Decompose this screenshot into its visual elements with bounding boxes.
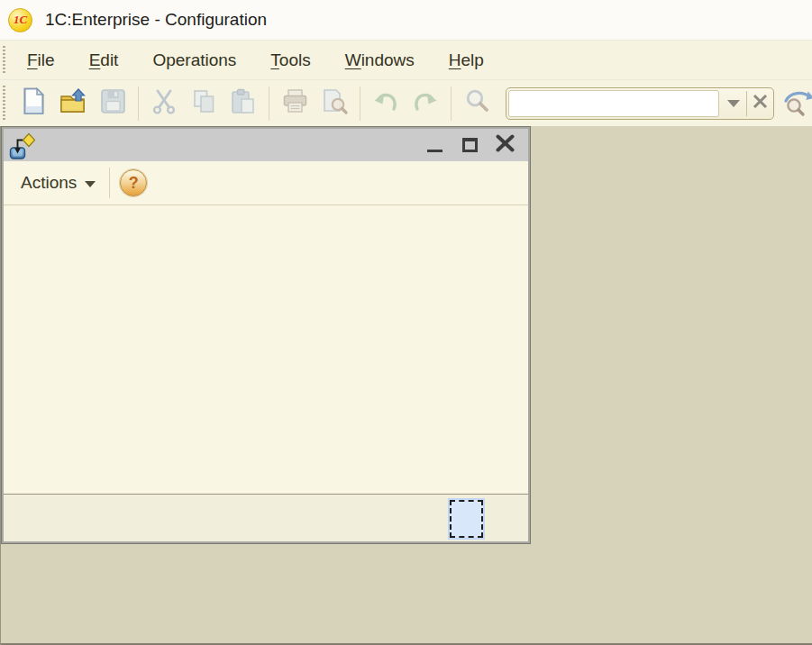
minimize-button[interactable] xyxy=(424,134,445,156)
window-title: 1C:Enterprise - Configuration xyxy=(45,10,267,30)
find-button[interactable] xyxy=(461,88,492,119)
selected-shape[interactable] xyxy=(448,498,485,540)
search-dropdown-button[interactable] xyxy=(720,88,746,119)
minimize-icon xyxy=(427,150,442,152)
save-button[interactable] xyxy=(97,88,128,119)
business-process-map-icon xyxy=(9,131,36,159)
menu-item-edit[interactable]: Edit xyxy=(76,47,132,74)
find-next-button[interactable] xyxy=(781,88,812,119)
toolbar-grip-icon[interactable] xyxy=(3,86,5,122)
child-window-footer xyxy=(4,494,528,541)
child-window: Actions ? xyxy=(2,127,530,543)
paste-button[interactable] xyxy=(228,88,259,119)
logo-text: 1C xyxy=(14,13,27,27)
paste-icon xyxy=(230,88,257,119)
menu-item-help[interactable]: Help xyxy=(435,47,497,74)
open-folder-icon xyxy=(59,88,87,119)
toolbar-separator xyxy=(269,86,269,121)
menu-item-file[interactable]: File xyxy=(14,47,68,74)
close-icon xyxy=(753,94,768,113)
child-window-toolbar: Actions ? xyxy=(4,161,528,205)
new-document-button[interactable] xyxy=(18,88,49,119)
close-icon xyxy=(496,134,515,156)
cut-button[interactable] xyxy=(149,88,179,119)
question-mark-icon: ? xyxy=(129,174,139,193)
selection-marquee xyxy=(450,500,483,538)
print-preview-button[interactable] xyxy=(319,88,350,119)
menu-bar: FileEditOperationsToolsWindowsHelp xyxy=(0,41,812,79)
help-button[interactable]: ? xyxy=(120,169,147,196)
copy-icon xyxy=(191,88,217,118)
print-button[interactable] xyxy=(279,88,310,119)
save-icon xyxy=(100,88,126,118)
print-icon xyxy=(281,88,309,118)
schema-canvas[interactable] xyxy=(4,205,528,494)
toolbar-separator xyxy=(451,86,452,121)
copy-button[interactable] xyxy=(188,88,219,119)
toolbar-separator xyxy=(109,168,110,198)
actions-label: Actions xyxy=(21,173,77,193)
menu-item-operations[interactable]: Operations xyxy=(139,47,250,74)
search-clear-button[interactable] xyxy=(747,88,773,119)
menu-item-windows[interactable]: Windows xyxy=(332,47,428,74)
find-icon xyxy=(464,88,490,118)
mdi-workspace: Actions ? xyxy=(0,126,812,645)
close-button[interactable] xyxy=(494,134,515,156)
toolbar-grip-icon[interactable] xyxy=(3,46,5,75)
toolbar-separator xyxy=(360,86,360,121)
search-box-group xyxy=(506,87,774,120)
cut-icon xyxy=(151,88,177,118)
redo-button[interactable] xyxy=(410,88,441,119)
chevron-down-icon xyxy=(85,181,96,187)
redo-icon xyxy=(413,90,438,117)
undo-icon xyxy=(373,90,398,117)
window-controls xyxy=(424,134,515,156)
search-input[interactable] xyxy=(508,90,719,117)
chevron-down-icon xyxy=(727,100,740,107)
menu-item-tools[interactable]: Tools xyxy=(257,47,324,74)
1c-logo-icon: 1C xyxy=(8,8,32,32)
maximize-icon xyxy=(462,138,478,152)
open-button[interactable] xyxy=(58,88,88,119)
print-preview-icon xyxy=(321,88,348,119)
maximize-button[interactable] xyxy=(459,134,480,156)
menu-bar-items: FileEditOperationsToolsWindowsHelp xyxy=(14,47,505,74)
child-window-title-bar[interactable] xyxy=(4,129,528,161)
new-document-icon xyxy=(22,87,46,119)
app-title-bar: 1C 1C:Enterprise - Configuration xyxy=(0,0,812,41)
main-toolbar xyxy=(0,79,812,126)
actions-menu-button[interactable]: Actions xyxy=(13,168,104,198)
find-next-icon xyxy=(781,86,812,121)
undo-button[interactable] xyxy=(370,88,401,119)
toolbar-separator xyxy=(138,86,139,121)
